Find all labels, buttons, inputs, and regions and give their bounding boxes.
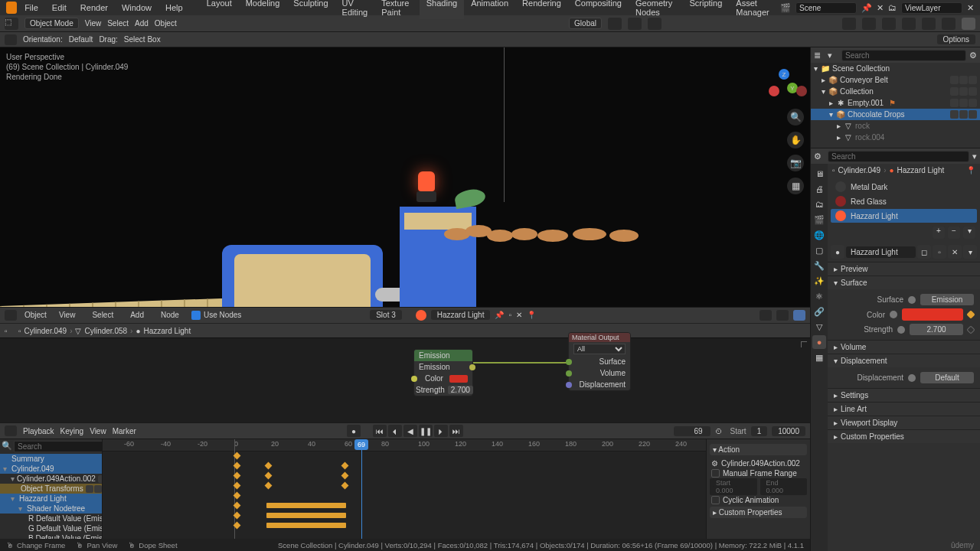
tl-keying-menu[interactable]: Keying	[60, 427, 84, 435]
xray-icon[interactable]	[882, 18, 896, 30]
select-menu[interactable]: Select	[107, 19, 129, 28]
dopesheet-area[interactable]: -60-40-200204060801001201401601802002202…	[103, 439, 706, 539]
node-add-menu[interactable]: Add	[126, 309, 149, 321]
workspace-tab-geometry-nodes[interactable]: Geometry Nodes	[629, 0, 683, 19]
dopesheet-editor-icon[interactable]	[5, 425, 17, 436]
surface-panel-header[interactable]: ▾ Surface	[828, 276, 980, 289]
mat-nodes-icon[interactable]: ▾	[963, 245, 977, 259]
transform-orientation-dropdown[interactable]: Global	[569, 18, 602, 29]
material-slot-dropdown[interactable]: Slot 3	[370, 310, 402, 320]
node-node-menu[interactable]: Node	[156, 309, 184, 321]
tab-texture[interactable]: ▦	[812, 350, 826, 364]
node-editor-icon[interactable]	[5, 310, 17, 321]
shading-solid-icon[interactable]	[922, 18, 936, 30]
orientation-dropdown[interactable]: Default	[69, 35, 93, 44]
outliner-item[interactable]: ▸▽rock.004	[811, 132, 980, 143]
zoom-icon[interactable]: 🔍	[787, 109, 804, 126]
jump-start-icon[interactable]: ⏮	[373, 425, 387, 437]
channel-row[interactable]: ▾Cylinder.049	[0, 464, 102, 474]
tab-modifier[interactable]: 🔧	[812, 259, 826, 272]
tl-view-menu[interactable]: View	[90, 427, 106, 435]
tl-marker-menu[interactable]: Marker	[113, 427, 136, 435]
camera-icon[interactable]: 📷	[787, 155, 804, 171]
lineart-panel-header[interactable]: ▸ Line Art	[828, 403, 980, 416]
workspace-tab-sculpting[interactable]: Sculpting	[286, 0, 335, 19]
outliner-item[interactable]: ▾📦Collection	[811, 86, 980, 97]
channel-row[interactable]: Summary	[0, 454, 102, 464]
color-input-socket[interactable]	[411, 376, 417, 382]
manual-range-checkbox[interactable]	[711, 469, 720, 478]
workspace-tab-scripting[interactable]: Scripting	[683, 0, 730, 19]
tool-cursor-icon[interactable]	[5, 34, 17, 45]
slot-add-button[interactable]: +	[933, 227, 945, 239]
disp-socket-icon[interactable]	[908, 374, 916, 382]
pause-icon[interactable]: ❚❚	[419, 425, 433, 437]
displacement-panel-header[interactable]: ▾ Displacement	[828, 354, 980, 367]
preview-panel-header[interactable]: ▸ Preview	[828, 262, 980, 276]
scene-field[interactable]	[795, 2, 857, 14]
bc-mesh[interactable]: Cylinder.058	[84, 327, 127, 335]
action-name-field[interactable]: Cylinder.049Action.002	[721, 459, 800, 468]
custom-props-panel-header[interactable]: ▸ Custom Properties	[828, 430, 980, 443]
mat-browse-icon[interactable]: ●	[831, 245, 844, 259]
editor-type-icon[interactable]: ⬚	[5, 18, 18, 30]
pivot-icon[interactable]	[608, 18, 622, 30]
displacement-input-socket[interactable]	[566, 382, 572, 388]
surface-shader-dropdown[interactable]: Emission	[920, 294, 974, 305]
shader-node-canvas[interactable]: Emission Emission Color Strength2.700 Ma…	[0, 337, 810, 422]
gizmo-toggle-icon[interactable]	[842, 18, 856, 30]
workspace-tab-compositing[interactable]: Compositing	[568, 0, 629, 19]
workspace-tab-modeling[interactable]: Modeling	[239, 0, 287, 19]
menu-edit[interactable]: Edit	[46, 1, 73, 15]
menu-render[interactable]: Render	[74, 1, 114, 15]
tl-playback-menu[interactable]: Playback	[23, 427, 54, 435]
emission-strength-value[interactable]: 2.700	[448, 386, 473, 394]
jump-end-icon[interactable]: ⏭	[449, 425, 463, 437]
color-keyframe-icon[interactable]	[966, 310, 975, 318]
strength-socket-icon[interactable]	[897, 326, 905, 334]
scene-pin-icon[interactable]: 📌	[861, 3, 872, 13]
blender-logo-icon[interactable]	[6, 2, 17, 14]
tab-data[interactable]: ▽	[812, 320, 826, 334]
view-menu[interactable]: View	[85, 19, 102, 28]
color-swatch[interactable]	[902, 308, 963, 321]
outliner-item[interactable]: ▾📁Scene Collection	[811, 63, 980, 74]
workspace-tab-layout[interactable]: Layout	[200, 0, 239, 19]
node-select-menu[interactable]: Select	[87, 309, 118, 321]
slot-menu-button[interactable]: ▾	[963, 227, 975, 239]
outliner-item[interactable]: ▸▽rock	[811, 120, 980, 132]
pc-object[interactable]: Cylinder.049	[838, 166, 881, 174]
workspace-tab-texture-paint[interactable]: Texture Paint	[374, 0, 420, 19]
tab-output[interactable]: 🖨	[812, 182, 826, 196]
material-pin-icon[interactable]: 📌	[495, 311, 504, 319]
surface-socket-icon[interactable]	[908, 296, 916, 304]
mode-dropdown[interactable]: Object Mode	[24, 18, 79, 29]
properties-options-icon[interactable]: ▾	[972, 152, 977, 161]
material-slot[interactable]: Red Glass	[831, 194, 977, 208]
emission-node[interactable]: Emission Emission Color Strength2.700	[413, 349, 473, 396]
play-reverse-icon[interactable]: ◀	[403, 425, 417, 437]
workspace-tab-rendering[interactable]: Rendering	[515, 0, 568, 19]
frame-stepper-icon[interactable]: ⏲	[715, 427, 726, 435]
playhead[interactable]: 69	[361, 439, 362, 539]
menu-window[interactable]: Window	[116, 1, 158, 15]
properties-editor-icon[interactable]: ⚙	[814, 152, 825, 161]
options-button[interactable]: Options	[937, 34, 975, 44]
channel-row[interactable]: ▾Cylinder.049Action.002	[0, 474, 102, 484]
autokey-icon[interactable]: ●	[347, 425, 361, 437]
menu-file[interactable]: File	[18, 1, 44, 15]
tab-constraint[interactable]: 🔗	[812, 305, 826, 318]
emission-color-swatch[interactable]	[449, 375, 468, 383]
pin-icon[interactable]: 📍	[966, 166, 975, 174]
bc-editor-icon[interactable]: ▫	[5, 327, 15, 335]
workspace-tab-animation[interactable]: Animation	[464, 0, 515, 19]
overlay-toggle-icon[interactable]	[862, 18, 876, 30]
cyclic-checkbox[interactable]	[711, 496, 720, 504]
outliner-display-mode-icon[interactable]: ▾	[828, 51, 838, 60]
snap-icon[interactable]	[628, 18, 642, 30]
material-name-field[interactable]: Hazzard Light	[431, 310, 491, 320]
color-socket-icon[interactable]	[890, 311, 897, 318]
tab-object[interactable]: ▢	[812, 243, 826, 257]
pc-material[interactable]: Hazzard Light	[897, 166, 945, 174]
outliner-editor-icon[interactable]: ≣	[814, 51, 825, 60]
